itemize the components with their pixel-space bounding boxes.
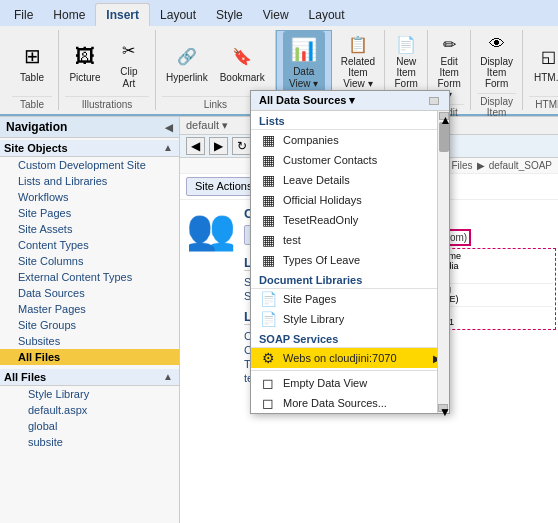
tab-layout[interactable]: Layout [150,4,206,26]
dropdown-item-empty-data-view[interactable]: ◻ Empty Data View [251,373,449,393]
nav-item-workflows[interactable]: Workflows [0,189,179,205]
scroll-up-button[interactable] [429,97,439,105]
dropdown-item-style-library[interactable]: 📄 Style Library [251,309,449,329]
site-pages-text: Site Pages [283,293,336,305]
nav-item-lists-libraries[interactable]: Lists and Libraries [0,173,179,189]
html-label: HTM... [534,72,558,84]
nav-item-default-aspx[interactable]: default.aspx [0,402,179,418]
related-item-label: RelatedItem View ▾ [341,56,375,89]
nav-header: Navigation ◀ [0,117,179,138]
table-button[interactable]: ⊞ Table [12,38,52,86]
dropdown-scrollbar[interactable]: ▲ ▼ [437,111,449,413]
dropdown-item-more-data-sources[interactable]: ◻ More Data Sources... [251,393,449,413]
dropdown-item-webs-cloudjini[interactable]: ⚙ Webs on cloudjini:7070 ▶ [251,348,449,368]
refresh-button[interactable]: ↻ [232,137,252,155]
ribbon-group-table: ⊞ Table Table [6,30,59,110]
ribbon-group-html: ◱ HTM... HTML [523,30,558,110]
hyperlink-label: Hyperlink [166,72,208,84]
display-item-form-button[interactable]: 👁 DisplayItem Form [477,30,516,91]
site-objects-collapse[interactable]: ▲ [163,142,173,154]
tab-style[interactable]: Style [206,4,253,26]
html-button[interactable]: ◱ HTM... [529,38,558,86]
companies-table-icon: ▦ [259,132,277,148]
nav-item-data-sources[interactable]: Data Sources [0,285,179,301]
dropdown-title: All Data Sources ▾ [259,94,355,107]
table-group-label: Table [12,96,52,110]
dropdown-item-types-of-leave[interactable]: ▦ Types Of Leave [251,250,449,270]
webs-cloudjini-gear-icon: ⚙ [259,350,277,366]
dropdown-item-site-pages[interactable]: 📄 Site Pages [251,289,449,309]
customer-contacts-text: Customer Contacts [283,154,377,166]
picture-button[interactable]: 🖼 Picture [65,38,105,86]
breadcrumb-sep1: ▶ [477,160,485,171]
site-icon: 👥 [186,206,236,385]
nav-item-custom-dev[interactable]: Custom Development Site [0,157,179,173]
all-files-label: All Files [4,371,46,383]
site-pages-doc-icon: 📄 [259,291,277,307]
ribbon-group-illustrations: 🖼 Picture ✂ Clip Art Illustrations [59,30,156,110]
tab-file[interactable]: File [4,4,43,26]
scroll-up-arrow[interactable]: ▲ [439,112,449,120]
official-holidays-table-icon: ▦ [259,192,277,208]
webs-cloudjini-text: Webs on cloudjini:7070 [283,352,397,364]
soap-services-section-label: SOAP Services [251,329,449,348]
html-group-label: HTML [529,96,558,110]
tab-view[interactable]: View [253,4,299,26]
nav-item-style-library[interactable]: Style Library [0,386,179,402]
hyperlink-icon: 🔗 [171,40,203,72]
clipart-button[interactable]: ✂ Clip Art [109,32,149,92]
nav-item-site-pages[interactable]: Site Pages [0,205,179,221]
bookmark-button[interactable]: 🔖 Bookmark [216,38,269,86]
nav-item-subsite[interactable]: subsite [0,434,179,450]
bookmark-label: Bookmark [220,72,265,84]
html-icon: ◱ [533,40,558,72]
dropdown-item-tesetreadonly[interactable]: ▦ TesetReadOnly [251,210,449,230]
dropdown-item-test[interactable]: ▦ test [251,230,449,250]
nav-item-site-columns[interactable]: Site Columns [0,253,179,269]
nav-title: Navigation [6,120,67,134]
tab-home[interactable]: Home [43,4,95,26]
nav-item-all-files[interactable]: All Files [0,349,179,365]
scroll-down-arrow[interactable]: ▼ [438,404,448,412]
site-objects-header: Site Objects ▲ [0,140,179,157]
all-files-collapse[interactable]: ▲ [163,371,173,383]
nav-collapse-button[interactable]: ◀ [165,122,173,133]
test-table-icon: ▦ [259,232,277,248]
dropdown-item-official-holidays[interactable]: ▦ Official Holidays [251,190,449,210]
nav-item-site-assets[interactable]: Site Assets [0,221,179,237]
tab-layout2[interactable]: Layout [299,4,355,26]
nav-item-subsites[interactable]: Subsites [0,333,179,349]
test-text: test [283,234,301,246]
doc-libraries-section-label: Document Libraries [251,270,449,289]
ribbon-group-displayitemform: 👁 DisplayItem Form Display Item Form [471,30,523,110]
site-objects-section: Site Objects ▲ Custom Development Site L… [0,138,179,367]
tab-insert[interactable]: Insert [95,3,150,26]
customer-contacts-table-icon: ▦ [259,152,277,168]
table-label: Table [20,72,44,84]
illustrations-group-label: Illustrations [65,96,149,110]
leave-details-table-icon: ▦ [259,172,277,188]
empty-data-view-icon: ◻ [259,375,277,391]
nav-item-master-pages[interactable]: Master Pages [0,301,179,317]
display-item-form-label: DisplayItem Form [480,56,513,89]
dropdown-item-companies[interactable]: ▦ Companies [251,130,449,150]
forward-button[interactable]: ▶ [209,137,228,155]
nav-item-global[interactable]: global [0,418,179,434]
all-data-sources-dropdown: All Data Sources ▾ Lists ▦ Companies ▦ C… [250,90,450,414]
edit-item-form-icon: ✏ [437,32,461,56]
all-files-section: All Files ▲ Style Library default.aspx g… [0,367,179,452]
dropdown-item-leave-details[interactable]: ▦ Leave Details [251,170,449,190]
dropdown-item-customer-contacts[interactable]: ▦ Customer Contacts [251,150,449,170]
nav-item-external-content[interactable]: External Content Types [0,269,179,285]
tesetreadonly-text: TesetReadOnly [283,214,358,226]
data-view-button[interactable]: 📊 DataView ▾ [283,31,325,93]
dropdown-divider [251,370,449,371]
tesetreadonly-table-icon: ▦ [259,212,277,228]
breadcrumb-default: default ▾ [186,119,228,132]
hyperlink-button[interactable]: 🔗 Hyperlink [162,38,212,86]
nav-item-content-types[interactable]: Content Types [0,237,179,253]
back-button[interactable]: ◀ [186,137,205,155]
related-item-view-button[interactable]: 📋 RelatedItem View ▾ [338,30,378,91]
ribbon-tab-bar: File Home Insert Layout Style View Layou… [0,0,558,26]
nav-item-site-groups[interactable]: Site Groups [0,317,179,333]
